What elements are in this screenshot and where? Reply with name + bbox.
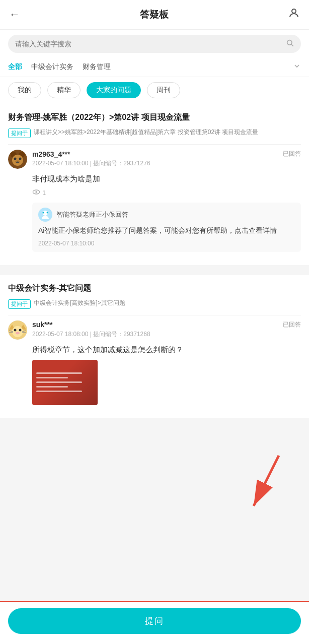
bottom-bar: 提问	[0, 601, 309, 644]
search-icon	[286, 39, 294, 49]
avatar-2	[8, 320, 27, 340]
post-topic-1: 财务管理-姚军胜（2022年）>第02讲 项目现金流量	[8, 111, 301, 123]
ai-name-1: 智能答疑老师正小保回答	[56, 210, 128, 219]
ai-content-1: Ai智能正小保老师给您推荐了问题答案，可能会对您有所帮助，点击查看详情	[38, 225, 295, 237]
svg-point-22	[19, 329, 22, 331]
user-icon[interactable]	[288, 7, 300, 22]
location-tag-1: 提问于	[8, 128, 31, 138]
svg-point-15	[43, 212, 44, 214]
section-divider	[0, 270, 309, 275]
location-text-1: 课程讲义>>姚军胜>2022年基础精讲[超值精品]第六章 投资管理第02讲 项目…	[34, 127, 258, 137]
thumb-line-1	[36, 372, 82, 374]
svg-point-0	[292, 9, 296, 13]
answered-badge-2: 已回答	[283, 320, 301, 329]
question-item-2[interactable]: suk*** 已回答 2022-05-07 18:08:00 | 提问编号：29…	[8, 315, 301, 410]
category-intermediate[interactable]: 中级会计实务	[31, 62, 73, 72]
svg-point-12	[35, 191, 37, 192]
post-card-2: 中级会计实务-其它问题 提问于 中级会计实务[高效实验]>其它问题	[0, 275, 309, 418]
svg-point-8	[19, 158, 22, 160]
ask-button[interactable]: 提问	[8, 608, 301, 634]
post-location-2: 提问于 中级会计实务[高效实验]>其它问题	[8, 298, 301, 309]
svg-point-23	[16, 332, 20, 334]
svg-point-16	[47, 212, 48, 214]
post-topic-2: 中级会计实务-其它问题	[8, 282, 301, 294]
image-thumbnail[interactable]	[32, 360, 98, 405]
avatar-1	[8, 150, 27, 169]
question-content-2: 所得税章节，这个加加减减这是怎么判断的？	[32, 344, 301, 356]
svg-point-1	[287, 40, 292, 45]
location-tag-2: 提问于	[8, 299, 31, 309]
user-row-1: m2963_4*** 已回答	[32, 150, 301, 158]
search-input[interactable]	[15, 40, 282, 48]
ai-answer-1[interactable]: 智能答疑老师正小保回答 Ai智能正小保老师给您推荐了问题答案，可能会对您有所帮助…	[32, 203, 301, 252]
username-2: suk***	[32, 320, 52, 329]
post-location-1: 提问于 课程讲义>>姚军胜>2022年基础精讲[超值精品]第六章 投资管理第02…	[8, 127, 301, 138]
ai-avatar-1	[38, 208, 52, 222]
post-card-1: 财务管理-姚军胜（2022年）>第02讲 项目现金流量 提问于 课程讲义>>姚军…	[0, 104, 309, 265]
page-title: 答疑板	[140, 8, 169, 21]
filter-row: 我的 精华 大家的问题 周刊	[0, 77, 309, 104]
filter-everyone[interactable]: 大家的问题	[87, 82, 141, 98]
question-info-2: suk*** 已回答 2022-05-07 18:08:00 | 提问编号：29…	[32, 320, 301, 339]
location-text-2: 中级会计实务[高效实验]>其它问题	[34, 298, 125, 308]
question-meta-2: suk*** 已回答 2022-05-07 18:08:00 | 提问编号：29…	[8, 320, 301, 340]
category-row: 全部 中级会计实务 财务管理	[0, 58, 309, 77]
username-1: m2963_4***	[32, 150, 70, 158]
thumb-line-4	[36, 386, 68, 388]
question-time-2: 2022-05-07 18:08:00 | 提问编号：29371268	[32, 330, 301, 339]
view-count-1: 1	[32, 188, 301, 198]
question-content-1: 非付现成本为啥是加	[32, 173, 301, 185]
question-time-1: 2022-05-07 18:10:00 | 提问编号：29371276	[32, 159, 301, 168]
header: ← 答疑板	[0, 0, 309, 30]
content-area: 财务管理-姚军胜（2022年）>第02讲 项目现金流量 提问于 课程讲义>>姚军…	[0, 104, 309, 474]
svg-line-2	[291, 44, 293, 46]
filter-mine[interactable]: 我的	[8, 82, 41, 98]
user-row-2: suk*** 已回答	[32, 320, 301, 329]
ai-time-1: 2022-05-07 18:10:00	[38, 240, 295, 247]
thumbnail-inner	[32, 360, 98, 405]
back-button[interactable]: ←	[9, 8, 20, 21]
category-finance[interactable]: 财务管理	[83, 62, 111, 72]
thumb-line-5	[36, 391, 82, 392]
expand-icon[interactable]	[293, 62, 301, 72]
ai-header-1: 智能答疑老师正小保回答	[38, 208, 295, 222]
filter-highlight[interactable]: 精华	[47, 82, 81, 98]
search-bar	[0, 30, 309, 58]
category-all[interactable]: 全部	[8, 62, 22, 72]
view-count-number: 1	[42, 189, 46, 197]
thumb-line-2	[36, 377, 68, 378]
answered-badge-1: 已回答	[283, 150, 301, 158]
svg-point-7	[14, 158, 17, 160]
svg-point-21	[14, 329, 17, 331]
filter-weekly[interactable]: 周刊	[147, 82, 180, 98]
thumb-line-3	[36, 381, 82, 383]
svg-point-10	[16, 162, 19, 163]
svg-point-20	[12, 326, 23, 337]
question-info-1: m2963_4*** 已回答 2022-05-07 18:10:00 | 提问编…	[32, 150, 301, 168]
question-meta-1: m2963_4*** 已回答 2022-05-07 18:10:00 | 提问编…	[8, 150, 301, 169]
eye-icon	[32, 188, 40, 198]
question-item-1[interactable]: m2963_4*** 已回答 2022-05-07 18:10:00 | 提问编…	[8, 144, 301, 257]
search-inner	[8, 35, 301, 53]
